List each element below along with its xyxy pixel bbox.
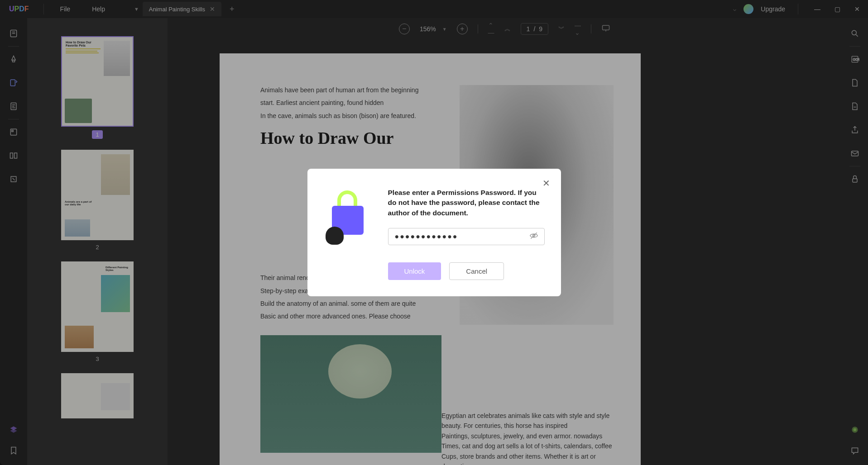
unlock-button[interactable]: Unlock	[388, 262, 441, 280]
lock-illustration	[324, 188, 374, 242]
svg-line-26	[531, 233, 537, 239]
password-input-wrap	[388, 228, 545, 245]
modal-close-icon[interactable]: ✕	[542, 178, 550, 189]
modal-overlay: ✕ Please enter a Permissions Password. I…	[0, 0, 868, 465]
password-modal: ✕ Please enter a Permissions Password. I…	[307, 169, 561, 296]
modal-buttons: Unlock Cancel	[388, 262, 545, 280]
toggle-password-visibility-icon[interactable]	[529, 231, 538, 242]
modal-message: Please enter a Permissions Password. If …	[388, 188, 545, 218]
cancel-button[interactable]: Cancel	[449, 262, 504, 280]
password-input[interactable]	[388, 228, 545, 245]
